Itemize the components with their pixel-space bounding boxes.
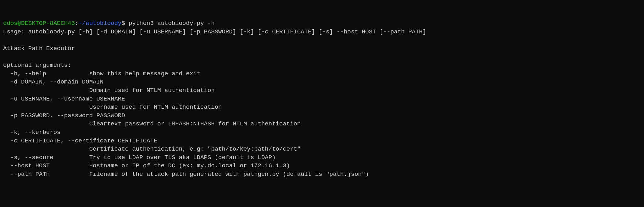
prompt-separator: : — [75, 20, 78, 27]
arg-path: --path PATH Filename of the attack path … — [3, 171, 369, 178]
arg-domain-desc: Domain used for NTLM authentication — [3, 87, 215, 94]
arg-password-flag: -p PASSWORD, --password PASSWORD — [3, 112, 125, 119]
arg-username-desc: Username used for NTLM authentication — [3, 104, 222, 111]
prompt-user: ddos@DESKTOP-8AECH46 — [3, 20, 75, 27]
usage-line: usage: autobloody.py [-h] [-d DOMAIN] [-… — [3, 28, 426, 35]
description-line: Attack Path Executor — [3, 45, 75, 52]
arg-host: --host HOST Hostname or IP of the DC (ex… — [3, 162, 290, 169]
command-text: python3 autobloody.py -h — [129, 20, 215, 27]
prompt-path: ~/autobloody — [78, 20, 121, 27]
arg-certificate-desc: Certificate authentication, e.g: "path/t… — [3, 146, 301, 152]
prompt-dollar: $ — [121, 20, 129, 27]
arg-domain-flag: -d DOMAIN, --domain DOMAIN — [3, 78, 103, 85]
terminal-output[interactable]: ddos@DESKTOP-8AECH46:~/autobloody$ pytho… — [3, 19, 641, 178]
arg-kerberos: -k, --kerberos — [3, 129, 60, 136]
arg-help: -h, --help show this help message and ex… — [3, 70, 200, 77]
arg-secure: -s, --secure Try to use LDAP over TLS ak… — [3, 154, 276, 161]
optional-args-header: optional arguments: — [3, 62, 71, 69]
arg-certificate-flag: -c CERTIFICATE, --certificate CERTIFICAT… — [3, 137, 157, 144]
arg-password-desc: Cleartext password or LMHASH:NTHASH for … — [3, 120, 301, 127]
arg-username-flag: -u USERNAME, --username USERNAME — [3, 95, 125, 102]
